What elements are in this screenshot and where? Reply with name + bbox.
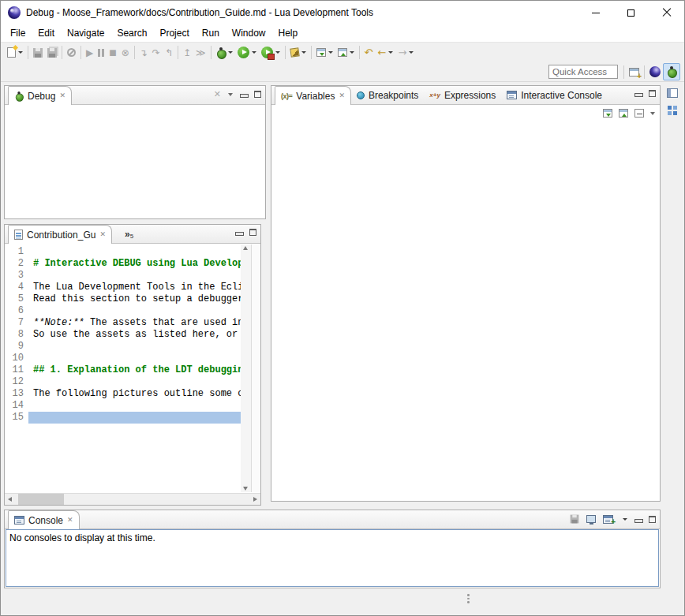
editor-text-area[interactable]: 1 2# Interactive DEBUG using Lua Develop… bbox=[5, 244, 260, 493]
menu-window[interactable]: Window bbox=[226, 25, 272, 41]
save-button[interactable] bbox=[31, 44, 45, 62]
maximize-view-icon[interactable] bbox=[649, 516, 656, 523]
code-line[interactable]: ## 1. Explanation of the LDT debuggin bbox=[28, 364, 241, 376]
terminate-button[interactable]: ■ bbox=[107, 44, 118, 62]
close-window-button[interactable] bbox=[649, 1, 684, 24]
open-perspective-button[interactable] bbox=[627, 63, 642, 80]
maximize-view-icon[interactable] bbox=[254, 91, 261, 98]
forward-button[interactable]: → bbox=[395, 44, 416, 62]
resume-button[interactable]: ▶ bbox=[84, 44, 95, 62]
menu-run[interactable]: Run bbox=[196, 25, 226, 41]
minimize-view-icon[interactable] bbox=[235, 229, 242, 236]
code-line[interactable] bbox=[28, 376, 241, 388]
ldt-perspective-button[interactable] bbox=[647, 63, 663, 80]
maximize-view-icon[interactable] bbox=[249, 229, 256, 236]
disconnect-button[interactable]: ⊗ bbox=[119, 44, 132, 62]
close-icon[interactable]: ✕ bbox=[339, 92, 345, 99]
display-selected-console-icon[interactable] bbox=[586, 515, 596, 523]
view-menu-icon[interactable] bbox=[650, 112, 655, 115]
menu-project[interactable]: Project bbox=[153, 25, 195, 41]
minimize-view-icon[interactable] bbox=[634, 90, 642, 97]
close-icon[interactable]: ✕ bbox=[99, 231, 106, 238]
editor-tab-label: Contribution_Gu bbox=[27, 230, 95, 241]
tab-debug[interactable]: Debug ✕ bbox=[8, 86, 72, 105]
use-step-filters-button[interactable]: ≫ bbox=[193, 44, 208, 62]
debug-view-content[interactable] bbox=[5, 105, 265, 218]
menu-search[interactable]: Search bbox=[110, 25, 153, 41]
code-line[interactable] bbox=[28, 341, 241, 353]
show-logical-structure-icon[interactable] bbox=[603, 109, 612, 118]
perspective-grid-icon[interactable] bbox=[668, 106, 678, 116]
code-line[interactable]: # Interactive DEBUG using Lua Develop bbox=[28, 258, 241, 270]
minimize-view-icon[interactable] bbox=[240, 91, 247, 98]
tab-contribution-guide[interactable]: Contribution_Gu ✕ bbox=[8, 225, 112, 244]
code-line[interactable]: So use the assets as listed here, or bbox=[28, 329, 241, 341]
code-line[interactable] bbox=[28, 400, 241, 412]
dropdown-caret-icon[interactable] bbox=[623, 518, 627, 521]
editor-line: 2# Interactive DEBUG using Lua Develop bbox=[5, 258, 241, 270]
tab-console[interactable]: Console ✕ bbox=[8, 510, 80, 529]
collapse-all-icon[interactable] bbox=[634, 109, 644, 118]
scroll-left-icon[interactable] bbox=[8, 497, 12, 502]
line-number: 8 bbox=[5, 329, 28, 341]
back-button[interactable]: ← bbox=[375, 44, 395, 62]
mark-occurrences-button[interactable] bbox=[288, 44, 309, 62]
close-icon[interactable]: ✕ bbox=[59, 92, 66, 99]
hidden-editors-chevron[interactable]: » 5 bbox=[125, 229, 133, 243]
code-line[interactable] bbox=[28, 412, 241, 424]
run-button[interactable] bbox=[235, 44, 259, 62]
sash-grip[interactable] bbox=[467, 594, 470, 603]
scroll-down-icon[interactable] bbox=[243, 487, 248, 491]
tab-expressions[interactable]: x+y Expressions bbox=[424, 86, 501, 104]
menu-help[interactable]: Help bbox=[272, 25, 305, 41]
maximize-view-icon[interactable] bbox=[649, 90, 656, 97]
quick-access-input[interactable]: Quick Access bbox=[548, 65, 618, 79]
tab-interactive-console[interactable]: Interactive Console bbox=[501, 86, 608, 104]
code-line[interactable] bbox=[28, 305, 241, 317]
code-line[interactable]: **Note:** The assets that are used in bbox=[28, 317, 241, 329]
tab-variables[interactable]: (x)= Variables ✕ bbox=[275, 86, 351, 105]
step-into-button[interactable]: ↴ bbox=[137, 44, 150, 62]
next-annotation-button[interactable] bbox=[314, 44, 335, 62]
previous-annotation-button[interactable] bbox=[335, 44, 357, 62]
code-line[interactable]: Read this section to setup a debugger bbox=[28, 293, 241, 305]
menu-navigate[interactable]: Navigate bbox=[61, 25, 110, 41]
minimize-view-icon[interactable] bbox=[634, 516, 642, 523]
external-tools-button[interactable] bbox=[259, 44, 283, 62]
new-button[interactable] bbox=[5, 44, 25, 62]
close-icon[interactable]: ✕ bbox=[67, 517, 73, 524]
horizontal-scrollbar[interactable] bbox=[5, 493, 260, 505]
drop-to-frame-button[interactable]: ↥ bbox=[181, 44, 193, 62]
toolbar-separator bbox=[28, 46, 28, 59]
debug-perspective-button[interactable] bbox=[663, 63, 680, 80]
step-over-button[interactable]: ↷ bbox=[150, 44, 163, 62]
scroll-up-icon[interactable] bbox=[243, 246, 248, 250]
code-line[interactable]: The following pictures outline some o bbox=[28, 388, 241, 400]
show-columns-icon[interactable] bbox=[619, 109, 628, 118]
scrollbar-thumb[interactable] bbox=[18, 494, 64, 505]
variables-view-content[interactable] bbox=[271, 105, 660, 501]
minimize-window-button[interactable] bbox=[578, 1, 613, 24]
console-message-area[interactable]: No consoles to display at this time. bbox=[6, 529, 659, 587]
suspend-button[interactable] bbox=[95, 44, 107, 62]
maximize-window-button[interactable] bbox=[613, 1, 649, 24]
restore-view-icon[interactable] bbox=[667, 88, 678, 98]
menu-edit[interactable]: Edit bbox=[32, 25, 61, 41]
last-edit-location-button[interactable]: ↶ bbox=[362, 44, 376, 62]
open-console-icon[interactable]: + bbox=[603, 515, 613, 524]
view-menu-icon[interactable] bbox=[228, 93, 233, 96]
debug-button[interactable] bbox=[214, 44, 235, 62]
save-all-button[interactable] bbox=[45, 44, 59, 62]
vertical-scrollbar[interactable] bbox=[241, 245, 251, 492]
menu-file[interactable]: File bbox=[4, 25, 32, 41]
code-line[interactable] bbox=[28, 246, 241, 258]
step-return-button[interactable]: ↰ bbox=[163, 44, 175, 62]
skip-all-breakpoints-button[interactable] bbox=[65, 44, 78, 62]
code-line[interactable] bbox=[28, 270, 241, 282]
pin-console-icon[interactable] bbox=[571, 515, 579, 524]
code-line[interactable]: The Lua Development Tools in the Ecli bbox=[28, 282, 241, 293]
scroll-right-icon[interactable] bbox=[253, 497, 257, 502]
remove-terminated-icon[interactable]: ✕ bbox=[214, 90, 221, 99]
tab-breakpoints[interactable]: Breakpoints bbox=[351, 86, 424, 104]
code-line[interactable] bbox=[28, 353, 241, 364]
